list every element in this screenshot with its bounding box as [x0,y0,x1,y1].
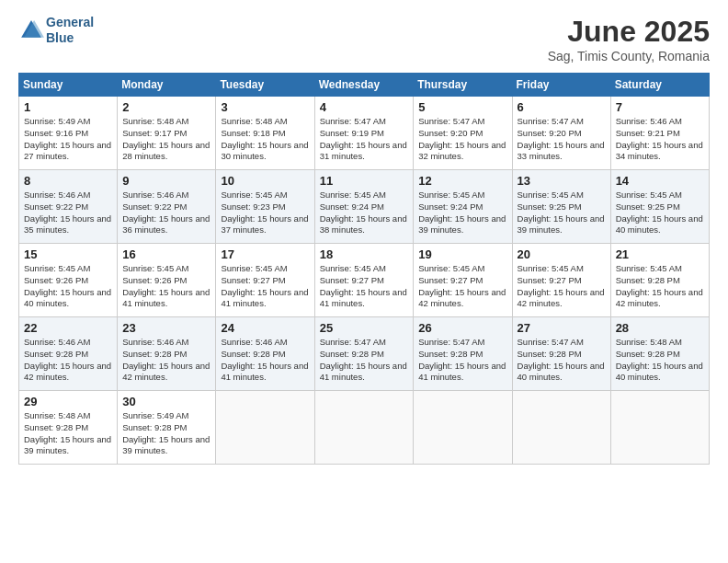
day-info: Sunrise: 5:45 AM Sunset: 9:24 PM Dayligh… [320,190,409,236]
day-number: 23 [122,321,210,335]
day-info: Sunrise: 5:47 AM Sunset: 9:20 PM Dayligh… [518,116,606,163]
day-number: 16 [122,247,210,261]
logo-line1: General [46,15,94,30]
day-number: 14 [616,174,704,188]
calendar-cell: 15 Sunrise: 5:45 AM Sunset: 9:26 PM Dayl… [19,244,118,317]
calendar-cell: 30 Sunrise: 5:49 AM Sunset: 9:28 PM Dayl… [118,391,216,465]
day-number: 3 [221,100,309,114]
calendar-cell: 21 Sunrise: 5:45 AM Sunset: 9:28 PM Dayl… [610,244,709,317]
week-row: 8 Sunrise: 5:46 AM Sunset: 9:22 PM Dayli… [19,170,710,244]
logo-icon [18,17,44,43]
calendar-cell: 10 Sunrise: 5:45 AM Sunset: 9:23 PM Dayl… [216,170,314,244]
day-number: 20 [518,247,606,261]
calendar-cell: 12 Sunrise: 5:45 AM Sunset: 9:24 PM Dayl… [414,170,512,244]
day-number: 8 [24,174,112,188]
calendar-cell: 13 Sunrise: 5:45 AM Sunset: 9:25 PM Dayl… [512,170,610,244]
calendar-cell: 2 Sunrise: 5:48 AM Sunset: 9:17 PM Dayli… [118,97,216,170]
calendar-cell: 6 Sunrise: 5:47 AM Sunset: 9:20 PM Dayli… [512,97,610,170]
col-tuesday: Tuesday [216,74,314,97]
day-number: 5 [418,100,506,114]
calendar-cell [216,391,314,465]
calendar-cell: 23 Sunrise: 5:46 AM Sunset: 9:28 PM Dayl… [118,317,216,391]
day-info: Sunrise: 5:45 AM Sunset: 9:27 PM Dayligh… [221,263,309,310]
day-info: Sunrise: 5:48 AM Sunset: 9:28 PM Dayligh… [616,337,704,384]
calendar-cell: 28 Sunrise: 5:48 AM Sunset: 9:28 PM Dayl… [610,317,709,391]
day-number: 25 [320,321,409,335]
day-info: Sunrise: 5:45 AM Sunset: 9:26 PM Dayligh… [24,263,112,310]
day-number: 27 [518,321,606,335]
calendar-cell: 9 Sunrise: 5:46 AM Sunset: 9:22 PM Dayli… [118,170,216,244]
calendar-cell: 20 Sunrise: 5:45 AM Sunset: 9:27 PM Dayl… [512,244,610,317]
calendar-cell: 14 Sunrise: 5:45 AM Sunset: 9:25 PM Dayl… [610,170,709,244]
logo-text: General Blue [46,15,94,46]
logo-line2: Blue [46,30,94,46]
calendar-table: Sunday Monday Tuesday Wednesday Thursday… [18,73,710,465]
calendar-cell [414,391,512,465]
day-info: Sunrise: 5:47 AM Sunset: 9:28 PM Dayligh… [320,337,409,384]
subtitle: Sag, Timis County, Romania [548,49,710,63]
day-info: Sunrise: 5:46 AM Sunset: 9:22 PM Dayligh… [24,190,112,236]
day-number: 9 [122,174,210,188]
page: General Blue June 2025 Sag, Timis County… [0,0,728,563]
day-number: 13 [518,174,606,188]
calendar-cell: 19 Sunrise: 5:45 AM Sunset: 9:27 PM Dayl… [414,244,512,317]
day-number: 2 [122,100,210,114]
col-monday: Monday [118,74,216,97]
day-number: 1 [24,100,112,114]
week-row: 1 Sunrise: 5:49 AM Sunset: 9:16 PM Dayli… [19,97,710,170]
day-info: Sunrise: 5:47 AM Sunset: 9:28 PM Dayligh… [418,337,506,384]
day-info: Sunrise: 5:45 AM Sunset: 9:28 PM Dayligh… [616,263,704,310]
day-info: Sunrise: 5:48 AM Sunset: 9:28 PM Dayligh… [24,410,112,457]
day-number: 26 [418,321,506,335]
calendar-cell: 4 Sunrise: 5:47 AM Sunset: 9:19 PM Dayli… [314,97,414,170]
day-number: 6 [518,100,606,114]
day-info: Sunrise: 5:45 AM Sunset: 9:27 PM Dayligh… [518,263,606,310]
day-info: Sunrise: 5:48 AM Sunset: 9:17 PM Dayligh… [122,116,210,163]
calendar-cell: 1 Sunrise: 5:49 AM Sunset: 9:16 PM Dayli… [19,97,118,170]
day-number: 24 [221,321,309,335]
day-number: 7 [616,100,704,114]
calendar-cell: 24 Sunrise: 5:46 AM Sunset: 9:28 PM Dayl… [216,317,314,391]
day-info: Sunrise: 5:49 AM Sunset: 9:16 PM Dayligh… [24,116,112,163]
day-info: Sunrise: 5:45 AM Sunset: 9:27 PM Dayligh… [418,263,506,310]
calendar-cell: 22 Sunrise: 5:46 AM Sunset: 9:28 PM Dayl… [19,317,118,391]
day-info: Sunrise: 5:45 AM Sunset: 9:23 PM Dayligh… [221,190,309,236]
day-number: 15 [24,247,112,261]
header: General Blue June 2025 Sag, Timis County… [18,15,710,63]
day-info: Sunrise: 5:45 AM Sunset: 9:27 PM Dayligh… [320,263,409,310]
day-number: 21 [616,247,704,261]
day-info: Sunrise: 5:47 AM Sunset: 9:19 PM Dayligh… [320,116,409,163]
col-sunday: Sunday [19,74,118,97]
week-row: 29 Sunrise: 5:48 AM Sunset: 9:28 PM Dayl… [19,391,710,465]
day-info: Sunrise: 5:47 AM Sunset: 9:28 PM Dayligh… [518,337,606,384]
calendar-cell: 18 Sunrise: 5:45 AM Sunset: 9:27 PM Dayl… [314,244,414,317]
day-number: 11 [320,174,409,188]
calendar-cell: 7 Sunrise: 5:46 AM Sunset: 9:21 PM Dayli… [610,97,709,170]
calendar-cell: 5 Sunrise: 5:47 AM Sunset: 9:20 PM Dayli… [414,97,512,170]
calendar-cell [610,391,709,465]
day-number: 4 [320,100,409,114]
month-title: June 2025 [548,15,710,49]
day-info: Sunrise: 5:45 AM Sunset: 9:26 PM Dayligh… [122,263,210,310]
day-info: Sunrise: 5:49 AM Sunset: 9:28 PM Dayligh… [122,410,210,457]
calendar-cell: 26 Sunrise: 5:47 AM Sunset: 9:28 PM Dayl… [414,317,512,391]
day-info: Sunrise: 5:46 AM Sunset: 9:28 PM Dayligh… [221,337,309,384]
calendar-cell: 8 Sunrise: 5:46 AM Sunset: 9:22 PM Dayli… [19,170,118,244]
day-number: 29 [24,395,112,408]
calendar-cell [512,391,610,465]
day-number: 22 [24,321,112,335]
calendar-cell: 16 Sunrise: 5:45 AM Sunset: 9:26 PM Dayl… [118,244,216,317]
calendar-cell: 11 Sunrise: 5:45 AM Sunset: 9:24 PM Dayl… [314,170,414,244]
title-area: June 2025 Sag, Timis County, Romania [548,15,710,63]
col-wednesday: Wednesday [314,74,414,97]
calendar-cell: 27 Sunrise: 5:47 AM Sunset: 9:28 PM Dayl… [512,317,610,391]
calendar-cell: 17 Sunrise: 5:45 AM Sunset: 9:27 PM Dayl… [216,244,314,317]
day-number: 18 [320,247,409,261]
day-info: Sunrise: 5:45 AM Sunset: 9:25 PM Dayligh… [616,190,704,236]
day-info: Sunrise: 5:46 AM Sunset: 9:22 PM Dayligh… [122,190,210,236]
day-info: Sunrise: 5:45 AM Sunset: 9:25 PM Dayligh… [518,190,606,236]
week-row: 15 Sunrise: 5:45 AM Sunset: 9:26 PM Dayl… [19,244,710,317]
day-info: Sunrise: 5:45 AM Sunset: 9:24 PM Dayligh… [418,190,506,236]
day-number: 12 [418,174,506,188]
day-info: Sunrise: 5:46 AM Sunset: 9:21 PM Dayligh… [616,116,704,163]
